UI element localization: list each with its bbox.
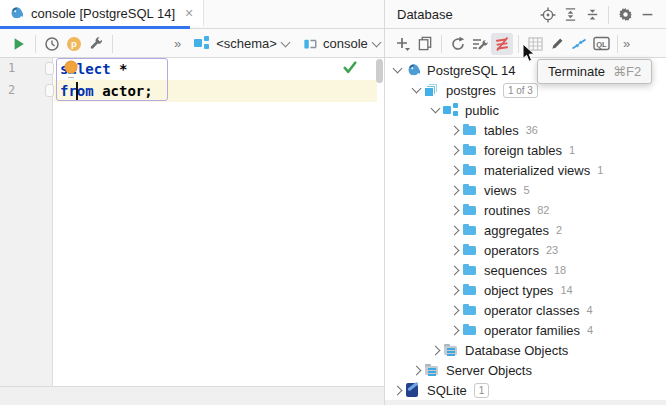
fold-marker[interactable]: [45, 84, 54, 97]
tree-item-label: Database Objects: [465, 343, 568, 358]
chevron-right-icon[interactable]: [409, 367, 424, 374]
tree-item-label: tables: [484, 123, 519, 138]
console-selector-label: console: [323, 36, 368, 51]
tree-item-operator-classes[interactable]: operator classes 4: [385, 300, 666, 320]
database-icon: [424, 83, 441, 98]
chevron-right-icon[interactable]: [447, 207, 462, 214]
sqlite-icon: [405, 383, 422, 398]
data-source-properties-icon[interactable]: [469, 33, 491, 55]
editor-footer-area: [0, 386, 384, 405]
console-selector[interactable]: console: [303, 36, 380, 51]
chevron-right-icon[interactable]: [447, 167, 462, 174]
item-count: 2: [556, 224, 562, 236]
folder-icon: [462, 323, 479, 338]
new-item-button[interactable]: [392, 33, 414, 55]
more-toolbar-actions-icon[interactable]: »: [623, 36, 629, 51]
chevron-right-icon[interactable]: [390, 387, 405, 394]
tree-item-database-objects[interactable]: Database Objects: [385, 340, 666, 360]
ide-window: console [PostgreSQL 14] × p »: [0, 0, 666, 405]
run-button[interactable]: [8, 33, 30, 55]
hide-panel-icon[interactable]: [636, 4, 658, 26]
chevron-right-icon[interactable]: [447, 267, 462, 274]
editor-scrollbar-thumb[interactable]: [376, 59, 383, 83]
chevron-right-icon[interactable]: [447, 307, 462, 314]
tree-item-object-types[interactable]: object types 14: [385, 280, 666, 300]
tree-item-sqlite[interactable]: SQLite 1: [385, 380, 666, 400]
tree-item-operators[interactable]: operators 23: [385, 240, 666, 260]
chevron-down-icon[interactable]: [409, 88, 424, 92]
history-icon[interactable]: [41, 33, 63, 55]
tree-item-label: materialized views: [484, 163, 590, 178]
tree-item-label: Server Objects: [446, 363, 532, 378]
tab-close-icon[interactable]: ×: [185, 5, 193, 21]
toolbar-divider: [518, 35, 519, 53]
mouse-cursor: [521, 43, 537, 63]
tree-item-views[interactable]: views 5: [385, 180, 666, 200]
console-icon: [303, 37, 318, 51]
editor-gutter: 1 2: [0, 58, 53, 386]
tree-item-tables[interactable]: tables 36: [385, 120, 666, 140]
query-console-button[interactable]: QL: [590, 33, 612, 55]
schema-selector[interactable]: <schema>: [194, 36, 289, 51]
scroll-from-editor-icon[interactable]: [568, 33, 590, 55]
tree-item-public[interactable]: public: [385, 100, 666, 120]
chevron-down-icon: [371, 37, 381, 47]
folder-icon: [462, 303, 479, 318]
schema-icon: [443, 103, 460, 118]
fold-marker[interactable]: [45, 62, 54, 75]
gear-icon[interactable]: [614, 4, 636, 26]
tree-item-label: PostgreSQL 14: [427, 63, 515, 78]
tree-item-label: public: [465, 103, 499, 118]
item-count: 82: [537, 204, 549, 216]
tree-item-routines[interactable]: routines 82: [385, 200, 666, 220]
parameters-icon[interactable]: p: [63, 33, 85, 55]
item-count: 36: [526, 124, 538, 136]
inspections-ok-icon[interactable]: [343, 61, 357, 74]
expand-all-icon[interactable]: [559, 4, 581, 26]
code-text: *: [111, 61, 128, 77]
chevron-right-icon[interactable]: [447, 127, 462, 134]
tree-item-operator-families[interactable]: operator families 4: [385, 320, 666, 340]
object-folder-icon: [424, 363, 441, 378]
item-count: 5: [524, 184, 530, 196]
tree-item-foreign-tables[interactable]: foreign tables 1: [385, 140, 666, 160]
chevron-right-icon[interactable]: [447, 327, 462, 334]
item-count: 1: [597, 164, 603, 176]
chevron-down-icon[interactable]: [428, 108, 443, 112]
tree-item-aggregates[interactable]: aggregates 2: [385, 220, 666, 240]
tree-item-label: operators: [484, 243, 539, 258]
collapse-all-icon[interactable]: [581, 4, 603, 26]
database-tree: PostgreSQL 14 postgres 1 of 3 public tab…: [385, 58, 666, 400]
tab-console[interactable]: console [PostgreSQL 14] ×: [0, 0, 204, 26]
chevron-right-icon[interactable]: [447, 247, 462, 254]
chevron-right-icon[interactable]: [447, 287, 462, 294]
item-count: 14: [560, 284, 572, 296]
tree-item-label: foreign tables: [484, 143, 562, 158]
tree-item-sequences[interactable]: sequences 18: [385, 260, 666, 280]
chevron-right-icon[interactable]: [447, 227, 462, 234]
item-count: 18: [554, 264, 566, 276]
refresh-icon[interactable]: [447, 33, 469, 55]
folder-icon: [462, 123, 479, 138]
schema-icon: [194, 36, 211, 51]
terminate-button[interactable]: [491, 33, 513, 55]
duplicate-icon[interactable]: [414, 33, 436, 55]
chevron-down-icon[interactable]: [390, 68, 405, 72]
code-line-2: from actor;: [60, 80, 153, 102]
folder-icon: [462, 183, 479, 198]
intention-lightbulb-icon[interactable]: [65, 61, 77, 73]
locate-object-icon[interactable]: [537, 4, 559, 26]
tree-item-server-objects[interactable]: Server Objects: [385, 360, 666, 380]
folder-icon: [462, 203, 479, 218]
edit-icon[interactable]: [546, 33, 568, 55]
svg-text:p: p: [71, 38, 77, 49]
more-actions-icon[interactable]: »: [174, 36, 180, 51]
settings-wrench-icon[interactable]: [85, 33, 107, 55]
sql-editor[interactable]: 1 2 select * from actor;: [0, 58, 384, 386]
console-toolbar: p » <schema> console: [0, 29, 392, 58]
chevron-right-icon[interactable]: [447, 187, 462, 194]
chevron-right-icon[interactable]: [428, 347, 443, 354]
chevron-right-icon[interactable]: [447, 147, 462, 154]
line-number: 2: [8, 83, 15, 97]
tree-item-materialized-views[interactable]: materialized views 1: [385, 160, 666, 180]
